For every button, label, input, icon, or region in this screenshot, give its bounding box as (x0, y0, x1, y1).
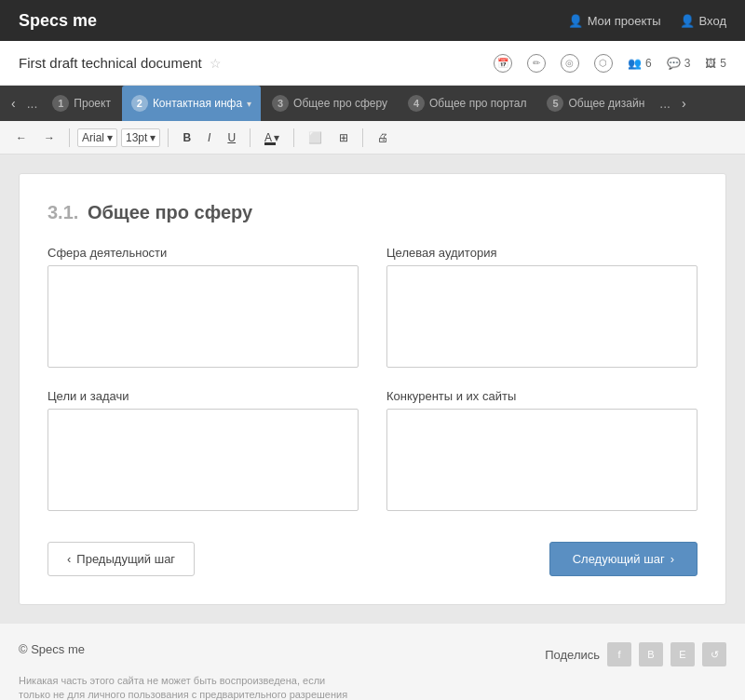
table-icon: ⊞ (339, 131, 348, 144)
footer-share: Поделись f В E ↺ (545, 642, 726, 666)
tab-2-num: 2 (131, 95, 148, 112)
brand-logo: Specs me (19, 11, 97, 31)
share-action[interactable]: ⬡ (594, 54, 613, 73)
field-audience-input[interactable] (386, 265, 698, 368)
field-audience: Целевая аудитория (386, 246, 698, 370)
text-color-button[interactable]: A ▾ (258, 128, 286, 148)
social-email-button[interactable]: E (670, 642, 695, 666)
next-step-button[interactable]: Следующий шаг › (549, 542, 698, 576)
edit-action[interactable]: ✏ (527, 54, 546, 73)
field-goals: Цели и задачи (47, 389, 359, 514)
tab-2-label: Контактная инфа (153, 97, 242, 110)
field-audience-label: Целевая аудитория (386, 246, 698, 260)
tabs-bar: ‹ ... 1 Проект 2 Контактная инфа ▾ 3 Общ… (0, 86, 745, 121)
tab-3-sphere[interactable]: 3 Общее про сферу (263, 86, 397, 121)
field-sphere-input[interactable] (47, 265, 359, 368)
insert-table-button[interactable]: ⊞ (332, 128, 355, 148)
tabs-dots-left: ... (23, 96, 42, 111)
users-action[interactable]: 👥 6 (628, 57, 652, 70)
font-size-arrow-icon: ▾ (150, 131, 156, 144)
formatting-toolbar: ← → Arial ▾ 13pt ▾ B I U A ▾ ⬜ ⊞ 🖨 (0, 121, 745, 155)
star-icon[interactable]: ☆ (210, 56, 222, 71)
tab-5-label: Общее дизайн (568, 97, 644, 110)
images-action[interactable]: 🖼 5 (705, 57, 726, 70)
comments-action[interactable]: 💬 3 (667, 57, 691, 70)
top-navigation: Specs me 👤 Мои проекты 👤 Вход (0, 0, 745, 41)
document-actions: 📅 ✏ ◎ ⬡ 👥 6 💬 3 🖼 5 (494, 54, 726, 73)
my-projects-link[interactable]: 👤 Мои проекты (568, 14, 661, 28)
tab-5-num: 5 (547, 95, 563, 112)
footer-top: © Specs me Поделись f В E ↺ (19, 642, 726, 666)
edit-icon: ✏ (527, 54, 546, 73)
tab-1-project[interactable]: 1 Проект (43, 86, 120, 121)
login-link[interactable]: 👤 Вход (680, 14, 726, 28)
next-arrow-icon: › (670, 552, 674, 566)
print-icon: 🖨 (377, 131, 388, 144)
footer-brand: © Specs me (19, 642, 85, 656)
users-icon: 👥 (628, 57, 642, 70)
tab-4-num: 4 (408, 95, 425, 112)
insert-image-button[interactable]: ⬜ (302, 128, 329, 148)
italic-button[interactable]: I (201, 128, 217, 148)
main-content: 3.1. Общее про сферу Сфера деятельности … (0, 155, 745, 624)
tabs-next-button[interactable]: › (676, 93, 692, 114)
calendar-icon: 📅 (494, 54, 512, 73)
section-title: 3.1. Общее про сферу (47, 202, 698, 223)
users-count: 6 (645, 57, 652, 70)
font-size-value: 13pt (126, 131, 147, 144)
comments-count: 3 (684, 57, 691, 70)
toolbar-separator-1 (69, 128, 70, 147)
undo-button[interactable]: ← (9, 128, 34, 148)
image-icon: ⬜ (308, 131, 322, 144)
tab-4-portal[interactable]: 4 Общее про портал (399, 86, 535, 121)
underline-button[interactable]: U (221, 128, 242, 148)
redo-button[interactable]: → (37, 128, 61, 148)
document-title: First draft technical document (19, 55, 202, 71)
images-count: 5 (720, 57, 726, 70)
tabs-prev-button[interactable]: ‹ (6, 93, 21, 114)
tab-1-num: 1 (52, 95, 69, 112)
tabs-dots-right: ... (656, 96, 674, 111)
calendar-action[interactable]: 📅 (494, 54, 512, 73)
footer-legal-text: Никакая часть этого сайта не может быть … (19, 674, 354, 700)
tab-5-design[interactable]: 5 Общее дизайн (537, 86, 654, 121)
field-competitors: Конкуренты и их сайты (386, 389, 698, 514)
font-size-select[interactable]: 13pt ▾ (121, 128, 160, 147)
toolbar-separator-2 (168, 128, 169, 147)
nav-right: 👤 Мои проекты 👤 Вход (568, 14, 726, 28)
section-number: 3.1. (47, 202, 78, 222)
font-family-select[interactable]: Arial ▾ (77, 128, 117, 147)
prev-step-button[interactable]: ‹ Предыдущий шаг (47, 542, 195, 576)
toolbar-separator-3 (250, 128, 251, 147)
comments-icon: 💬 (667, 57, 681, 70)
login-icon: 👤 (680, 14, 695, 28)
print-button[interactable]: 🖨 (371, 128, 395, 148)
content-card: 3.1. Общее про сферу Сфера деятельности … (19, 173, 726, 605)
tab-1-label: Проект (74, 97, 111, 110)
prev-step-label: Предыдущий шаг (76, 552, 175, 566)
field-competitors-input[interactable] (386, 409, 698, 511)
social-facebook-button[interactable]: f (607, 642, 631, 666)
share-icon: ⬡ (594, 54, 613, 73)
images-icon: 🖼 (705, 57, 716, 70)
tab-3-num: 3 (272, 95, 289, 112)
field-goals-input[interactable] (47, 409, 359, 511)
font-family-arrow-icon: ▾ (107, 131, 113, 144)
field-goals-label: Цели и задачи (47, 389, 359, 403)
bold-button[interactable]: B (176, 128, 197, 148)
tab-3-label: Общее про сферу (293, 97, 387, 110)
toolbar-separator-5 (362, 128, 363, 147)
document-header: First draft technical document ☆ 📅 ✏ ◎ ⬡… (0, 41, 745, 86)
prev-arrow-icon: ‹ (67, 552, 71, 566)
eye-action[interactable]: ◎ (561, 54, 579, 73)
tab-2-contact[interactable]: 2 Контактная инфа ▾ (122, 86, 261, 121)
social-vk-button[interactable]: В (639, 642, 663, 666)
tab-2-arrow-icon: ▾ (247, 99, 251, 109)
share-label: Поделись (545, 648, 600, 662)
social-refresh-button[interactable]: ↺ (702, 642, 726, 666)
field-sphere: Сфера деятельности (47, 246, 359, 370)
tab-4-label: Общее про портал (429, 97, 526, 110)
field-sphere-label: Сфера деятельности (47, 246, 359, 260)
eye-icon: ◎ (561, 54, 579, 73)
section-title-text: Общее про сферу (88, 202, 252, 222)
